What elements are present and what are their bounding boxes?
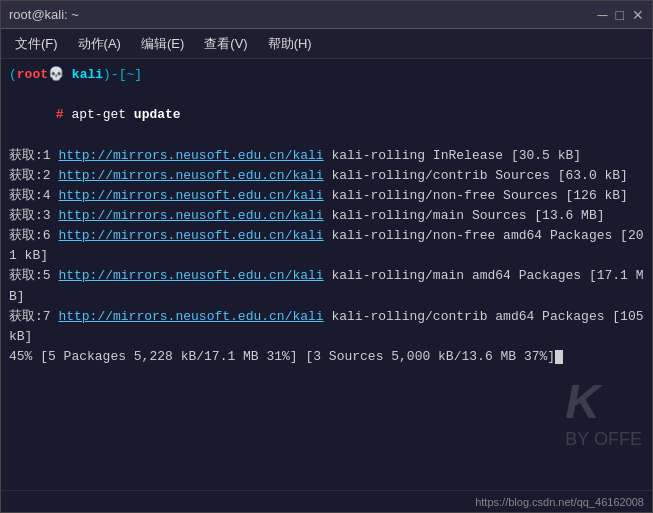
minimize-button[interactable]: ─ (598, 8, 608, 22)
terminal-body[interactable]: (root💀 kali)-[~] # apt-get update 获取:1 h… (1, 59, 652, 490)
menu-bar: 文件(F) 动作(A) 编辑(E) 查看(V) 帮助(H) (1, 29, 652, 59)
prompt-bracket-close: )-[ (103, 65, 126, 85)
window-title: root@kali: ~ (9, 7, 79, 22)
output-line-1: 获取:1 http://mirrors.neusoft.edu.cn/kali … (9, 146, 644, 166)
prompt-dir: ~ (126, 65, 134, 85)
prompt-hash: # (56, 107, 72, 122)
menu-file[interactable]: 文件(F) (7, 32, 66, 56)
progress-line: 45% [5 Packages 5,228 kB/17.1 MB 31%] [3… (9, 347, 644, 367)
watermark: K BY OFFE (565, 374, 642, 450)
title-controls: ─ □ ✕ (598, 8, 644, 22)
prompt-bracket-open: ( (9, 65, 17, 85)
output-line-4: 获取:3 http://mirrors.neusoft.edu.cn/kali … (9, 206, 644, 226)
output-line-7: 获取:7 http://mirrors.neusoft.edu.cn/kali … (9, 307, 644, 347)
close-button[interactable]: ✕ (632, 8, 644, 22)
watermark-by: BY OFFE (565, 429, 642, 450)
status-url: https://blog.csdn.net/qq_46162008 (475, 496, 644, 508)
prompt-dir-close: ] (134, 65, 142, 85)
watermark-k: K (565, 374, 642, 429)
progress-text: 45% [5 Packages 5,228 kB/17.1 MB 31%] [3… (9, 347, 555, 367)
prompt-root: root (17, 65, 48, 85)
menu-edit[interactable]: 编辑(E) (133, 32, 192, 56)
output-line-2: 获取:2 http://mirrors.neusoft.edu.cn/kali … (9, 166, 644, 186)
menu-view[interactable]: 查看(V) (196, 32, 255, 56)
prompt-host: kali (64, 65, 103, 85)
prompt-skull: 💀 (48, 65, 64, 85)
output-line-3: 获取:4 http://mirrors.neusoft.edu.cn/kali … (9, 186, 644, 206)
output-line-5: 获取:6 http://mirrors.neusoft.edu.cn/kali … (9, 226, 644, 266)
command-text: apt-get update (71, 107, 180, 122)
status-bar: https://blog.csdn.net/qq_46162008 (1, 490, 652, 512)
command-line: # apt-get update (9, 85, 644, 145)
terminal-window: root@kali: ~ ─ □ ✕ 文件(F) 动作(A) 编辑(E) 查看(… (0, 0, 653, 513)
output-line-6: 获取:5 http://mirrors.neusoft.edu.cn/kali … (9, 266, 644, 306)
title-bar-left: root@kali: ~ (9, 7, 79, 22)
prompt-line: (root💀 kali)-[~] (9, 65, 644, 85)
terminal-cursor (555, 350, 563, 364)
menu-help[interactable]: 帮助(H) (260, 32, 320, 56)
title-bar: root@kali: ~ ─ □ ✕ (1, 1, 652, 29)
menu-action[interactable]: 动作(A) (70, 32, 129, 56)
maximize-button[interactable]: □ (616, 8, 624, 22)
